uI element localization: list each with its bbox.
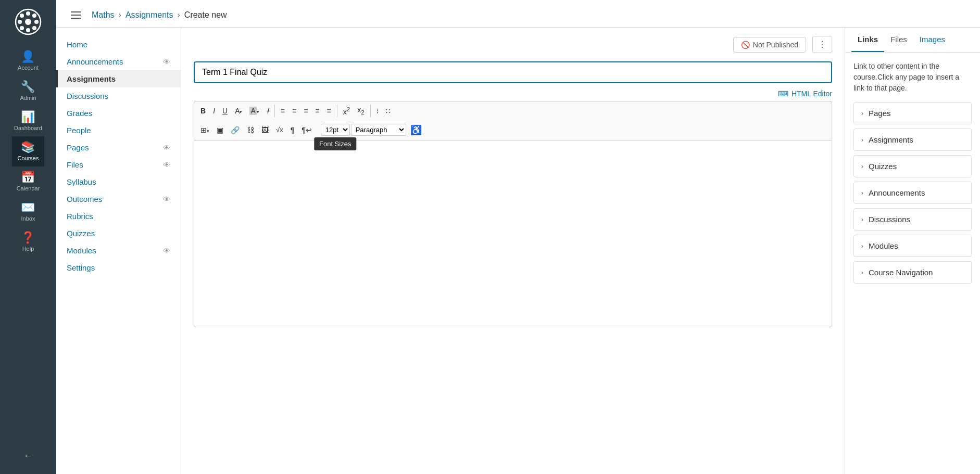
eye-icon-announcements: 👁 — [163, 58, 170, 66]
course-nav-item-people[interactable]: People — [56, 122, 181, 139]
subscript-button[interactable]: x2 — [354, 104, 367, 118]
right-panel-tabs: LinksFilesImages — [845, 28, 980, 53]
bullets-button[interactable]: ⁝ — [373, 104, 382, 118]
breadcrumb-section[interactable]: Assignments — [125, 10, 173, 20]
svg-point-8 — [32, 14, 36, 18]
ltr-button[interactable]: ¶ — [287, 124, 298, 136]
align-justify-button[interactable]: ≡ — [312, 104, 322, 118]
title-input[interactable] — [194, 61, 832, 83]
course-nav: HomeAnnouncements👁AssignmentsDiscussions… — [56, 28, 181, 474]
sidebar-item-label-help: Help — [22, 246, 34, 252]
align-left-button[interactable]: ≡ — [278, 104, 288, 118]
main-content: Maths › Assignments › Create new HomeAnn… — [56, 0, 980, 474]
course-nav-item-rubrics[interactable]: Rubrics — [56, 208, 181, 225]
course-nav-label-pages: Pages — [67, 143, 89, 152]
unlink-button[interactable]: ⛓ — [244, 124, 257, 136]
accessibility-button[interactable]: ♿ — [407, 122, 425, 138]
rtl-button[interactable]: ¶↩ — [298, 124, 315, 136]
sidebar-item-label-inbox: Inbox — [21, 215, 35, 222]
course-nav-label-grades: Grades — [67, 109, 92, 118]
sidebar-item-courses[interactable]: 📚 Courses — [12, 136, 44, 166]
superscript-button[interactable]: x2 — [340, 104, 353, 118]
course-nav-item-announcements[interactable]: Announcements👁 — [56, 53, 181, 70]
chevron-icon-pages: › — [861, 110, 863, 117]
paragraph-select[interactable]: Paragraph Heading 1 Heading 2 Heading 3 … — [351, 124, 406, 136]
link-section-discussions[interactable]: › Discussions — [853, 208, 972, 230]
course-nav-item-grades[interactable]: Grades — [56, 105, 181, 122]
course-nav-label-people: People — [67, 126, 91, 135]
html-editor-label: HTML Editor — [791, 89, 832, 98]
link-section-pages[interactable]: › Pages — [853, 102, 972, 124]
editor-area: 🚫 Not Published ⋮ ⌨ HTML Editor B I U A▾ — [181, 28, 845, 474]
align-center-button[interactable]: ≡ — [289, 104, 299, 118]
font-color-button[interactable]: A▾ — [232, 104, 245, 118]
course-nav-item-pages[interactable]: Pages👁 — [56, 139, 181, 156]
right-panel-tab-links[interactable]: Links — [851, 28, 884, 52]
course-nav-item-syllabus[interactable]: Syllabus — [56, 173, 181, 190]
sidebar-item-account[interactable]: 👤 Account — [12, 46, 44, 76]
link-section-quizzes[interactable]: › Quizzes — [853, 155, 972, 177]
course-nav-item-modules[interactable]: Modules👁 — [56, 242, 181, 259]
collapse-button[interactable]: ← — [0, 444, 56, 468]
course-nav-item-assignments[interactable]: Assignments — [56, 70, 181, 87]
right-panel-tab-images[interactable]: Images — [913, 28, 951, 52]
chevron-icon-assignments: › — [861, 136, 863, 144]
link-section-assignments[interactable]: › Assignments — [853, 129, 972, 151]
not-published-button[interactable]: 🚫 Not Published — [733, 37, 806, 53]
underline-button[interactable]: U — [219, 104, 231, 118]
link-section-announcements[interactable]: › Announcements — [853, 182, 972, 204]
font-size-select[interactable]: 12pt 8pt 10pt 14pt 18pt 24pt 36pt — [321, 124, 350, 136]
sidebar-item-label-account: Account — [18, 65, 39, 71]
media-button[interactable]: ▣ — [213, 124, 227, 136]
course-nav-item-files[interactable]: Files👁 — [56, 156, 181, 173]
clear-format-button[interactable]: Ɨ — [263, 104, 272, 118]
course-nav-label-rubrics: Rubrics — [67, 212, 93, 221]
breadcrumb-course[interactable]: Maths — [92, 10, 115, 20]
course-nav-item-discussions[interactable]: Discussions — [56, 87, 181, 105]
hamburger-button[interactable] — [69, 9, 83, 21]
link-button[interactable]: 🔗 — [228, 124, 243, 136]
html-editor-link[interactable]: ⌨ HTML Editor — [194, 89, 832, 98]
link-section-label-discussions: Discussions — [869, 215, 910, 224]
bg-color-button[interactable]: A▾ — [246, 104, 262, 118]
svg-point-6 — [20, 14, 24, 18]
table-button[interactable]: ⊞▾ — [197, 124, 212, 136]
right-panel-tab-files[interactable]: Files — [884, 28, 913, 52]
course-nav-item-outcomes[interactable]: Outcomes👁 — [56, 190, 181, 208]
eye-icon-outcomes: 👁 — [163, 195, 170, 203]
bold-button[interactable]: B — [197, 104, 209, 118]
editor-top-bar: 🚫 Not Published ⋮ — [194, 36, 832, 53]
formula-button[interactable]: √x — [273, 124, 286, 136]
sidebar-item-calendar[interactable]: 📅 Calendar — [12, 166, 44, 197]
align-right-button[interactable]: ≡ — [300, 104, 311, 118]
course-nav-label-files: Files — [67, 160, 83, 169]
chevron-icon-announcements: › — [861, 189, 863, 197]
link-section-modules[interactable]: › Modules — [853, 235, 972, 257]
not-published-icon: 🚫 — [741, 41, 750, 49]
course-nav-item-quizzes[interactable]: Quizzes — [56, 225, 181, 242]
sidebar-item-dashboard[interactable]: 📊 Dashboard — [12, 106, 44, 136]
chevron-icon-modules: › — [861, 242, 863, 250]
course-nav-label-modules: Modules — [67, 246, 96, 255]
sidebar-item-label-admin: Admin — [20, 95, 36, 101]
image-button[interactable]: 🖼 — [258, 124, 272, 136]
sidebar: 👤 Account🔧 Admin📊 Dashboard📚 Courses📅 Ca… — [0, 0, 56, 474]
course-nav-item-settings[interactable]: Settings — [56, 259, 181, 276]
sidebar-item-admin[interactable]: 🔧 Admin — [12, 76, 44, 106]
course-nav-label-discussions: Discussions — [67, 92, 108, 100]
course-nav-item-home[interactable]: Home — [56, 36, 181, 53]
numbered-button[interactable]: ∷ — [383, 104, 394, 118]
course-nav-label-outcomes: Outcomes — [67, 195, 102, 203]
more-options-button[interactable]: ⋮ — [812, 36, 832, 53]
indent-button[interactable]: ≡ — [324, 104, 334, 118]
admin-icon: 🔧 — [21, 81, 35, 93]
sidebar-item-help[interactable]: ❓ Help — [12, 227, 44, 257]
italic-button[interactable]: I — [210, 104, 218, 118]
chevron-icon-course-navigation: › — [861, 269, 863, 276]
course-nav-label-assignments: Assignments — [67, 74, 116, 83]
toolbar-row1: B I U A▾ A▾ Ɨ ≡ ≡ ≡ ≡ ≡ x2 x2 ⁝ ∷ — [194, 101, 832, 120]
sidebar-item-inbox[interactable]: ✉️ Inbox — [12, 197, 44, 227]
link-section-course-navigation[interactable]: › Course Navigation — [853, 261, 972, 284]
sidebar-item-label-courses: Courses — [18, 155, 39, 161]
editor-body[interactable] — [194, 140, 832, 327]
